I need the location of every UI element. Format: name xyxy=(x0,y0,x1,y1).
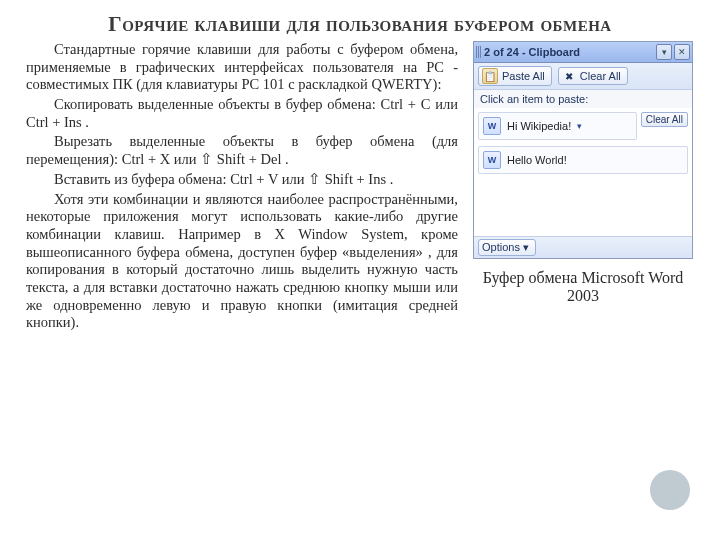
word-doc-icon: W xyxy=(483,117,501,135)
clipboard-pane: 2 of 24 - Clipboard ▾ ✕ 📋 Paste All ✖ Cl… xyxy=(473,41,693,259)
clipboard-item[interactable]: W Hello World! xyxy=(478,146,688,174)
close-button[interactable]: ✕ xyxy=(674,44,690,60)
clear-all-button[interactable]: ✖ Clear All xyxy=(558,67,628,85)
clipboard-item-text: Hello World! xyxy=(507,154,567,166)
chevron-down-icon: ▾ xyxy=(577,121,582,131)
figure-caption: Буфер обмена Microsoft Word 2003 xyxy=(472,269,694,305)
clear-all-side-button[interactable]: Clear All xyxy=(641,112,688,127)
body-text: Стандартные горячие клавиши для работы с… xyxy=(26,41,458,334)
para-paste: Вставить из буфера обмена: Ctrl + V или … xyxy=(26,171,458,189)
clipboard-toolbar: 📋 Paste All ✖ Clear All xyxy=(474,63,692,90)
para-intro: Стандартные горячие клавиши для работы с… xyxy=(26,41,458,94)
clipboard-item[interactable]: W Hi Wikipedia! ▾ xyxy=(478,112,637,140)
clear-all-label: Clear All xyxy=(580,70,621,82)
grip-icon xyxy=(476,46,482,58)
clipboard-icon: 📋 xyxy=(482,68,498,84)
clipboard-hint: Click an item to paste: xyxy=(474,90,692,108)
word-doc-icon: W xyxy=(483,151,501,169)
para-copy: Скопировать выделенные объекты в буфер о… xyxy=(26,96,458,131)
paste-all-label: Paste All xyxy=(502,70,545,82)
clipboard-items: W Hi Wikipedia! ▾ Clear All W Hello Worl… xyxy=(474,108,692,236)
clipboard-titlebar: 2 of 24 - Clipboard ▾ ✕ xyxy=(474,42,692,63)
clipboard-window-title: 2 of 24 - Clipboard xyxy=(484,46,654,58)
options-button[interactable]: Options ▾ xyxy=(478,239,536,256)
paste-all-button[interactable]: 📋 Paste All xyxy=(478,66,552,86)
clear-icon: ✖ xyxy=(562,69,576,83)
dropdown-button[interactable]: ▾ xyxy=(656,44,672,60)
clipboard-item-text: Hi Wikipedia! xyxy=(507,120,571,132)
decorative-dot xyxy=(650,470,690,510)
para-cut: Вырезать выделенные объекты в буфер обме… xyxy=(26,133,458,168)
para-note: Хотя эти комбинации и являются наиболее … xyxy=(26,191,458,333)
slide-title: Горячие клавиши для пользования буфером … xyxy=(26,12,694,37)
